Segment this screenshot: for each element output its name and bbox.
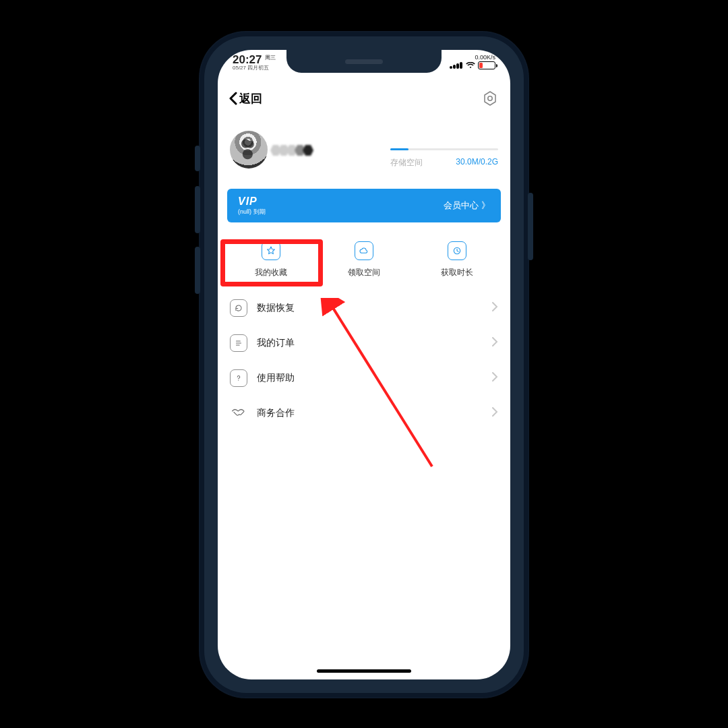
- home-indicator[interactable]: [317, 669, 411, 673]
- back-label: 返回: [239, 91, 262, 107]
- storage-label: 存储空间: [390, 157, 423, 169]
- battery-icon: [478, 61, 495, 69]
- menu-label: 商务合作: [257, 407, 295, 419]
- vip-title: VIP: [238, 195, 266, 208]
- nav-bar: 返回: [218, 84, 510, 113]
- status-day: 周三: [265, 55, 276, 61]
- svg-point-4: [238, 380, 239, 381]
- cloud-icon: [355, 241, 373, 260]
- power-button: [528, 193, 533, 260]
- chevron-left-icon: [229, 92, 238, 105]
- handshake-icon: [230, 404, 247, 422]
- status-subdate: 05/27 四月初五: [233, 65, 276, 71]
- status-right: 0.00K/s: [450, 54, 495, 69]
- help-icon: [230, 369, 247, 387]
- menu-business[interactable]: 商务合作: [224, 396, 504, 431]
- feature-label: 获取时长: [441, 267, 473, 278]
- chevron-right-icon: [491, 337, 498, 349]
- storage-bar: [390, 148, 498, 150]
- feature-label: 我的收藏: [255, 267, 287, 278]
- svg-point-1: [488, 96, 492, 100]
- vip-banner[interactable]: VIP (null) 到期 会员中心 》: [227, 189, 501, 222]
- clock-icon: [448, 241, 466, 260]
- storage-value: 30.0M/0.2G: [456, 157, 498, 169]
- feature-claim-space[interactable]: 领取空间: [348, 241, 380, 278]
- gear-icon: [482, 90, 498, 107]
- vip-action-label: 会员中心 》: [444, 200, 490, 212]
- status-left: 20:27 周三 05/27 四月初五: [233, 54, 276, 71]
- recovery-icon: [230, 299, 247, 317]
- silent-switch: [195, 146, 200, 171]
- menu-list: 数据恢复 我的订单: [224, 291, 504, 431]
- device-bezel: 20:27 周三 05/27 四月初五 0.00K/s: [204, 36, 524, 693]
- orders-icon: [230, 334, 247, 352]
- wifi-icon: [466, 62, 475, 69]
- menu-label: 使用帮助: [257, 372, 295, 384]
- back-button[interactable]: 返回: [229, 91, 262, 107]
- storage-block[interactable]: 存储空间 30.0M/0.2G: [390, 131, 498, 169]
- chevron-right-icon: [491, 302, 498, 314]
- star-icon: [262, 241, 280, 260]
- status-net-speed: 0.00K/s: [450, 54, 495, 61]
- chevron-right-icon: [491, 372, 498, 384]
- menu-label: 我的订单: [257, 337, 295, 349]
- signal-icon: [450, 62, 463, 69]
- menu-label: 数据恢复: [257, 302, 295, 314]
- notch: [286, 50, 442, 73]
- menu-data-recovery[interactable]: 数据恢复: [224, 291, 504, 326]
- menu-help[interactable]: 使用帮助: [224, 361, 504, 396]
- device-frame: 20:27 周三 05/27 四月初五 0.00K/s: [199, 31, 529, 698]
- vip-subtitle: (null) 到期: [238, 209, 266, 216]
- volume-down-button: [195, 247, 200, 294]
- avatar[interactable]: [230, 131, 268, 169]
- username-masked: [273, 144, 313, 156]
- menu-my-orders[interactable]: 我的订单: [224, 326, 504, 361]
- profile-section: 存储空间 30.0M/0.2G: [224, 117, 504, 169]
- feature-favorites[interactable]: 我的收藏: [255, 241, 287, 278]
- storage-fill: [390, 148, 408, 150]
- volume-up-button: [195, 186, 200, 233]
- svg-marker-0: [485, 92, 495, 105]
- feature-label: 领取空间: [348, 267, 380, 278]
- content: 存储空间 30.0M/0.2G: [218, 117, 510, 663]
- feature-row: 我的收藏 领取空间 获取时长: [224, 241, 504, 278]
- speaker: [345, 59, 383, 64]
- settings-button[interactable]: [481, 89, 499, 108]
- chevron-right-icon: [491, 407, 498, 419]
- feature-get-time[interactable]: 获取时长: [441, 241, 473, 278]
- screen: 20:27 周三 05/27 四月初五 0.00K/s: [218, 50, 510, 679]
